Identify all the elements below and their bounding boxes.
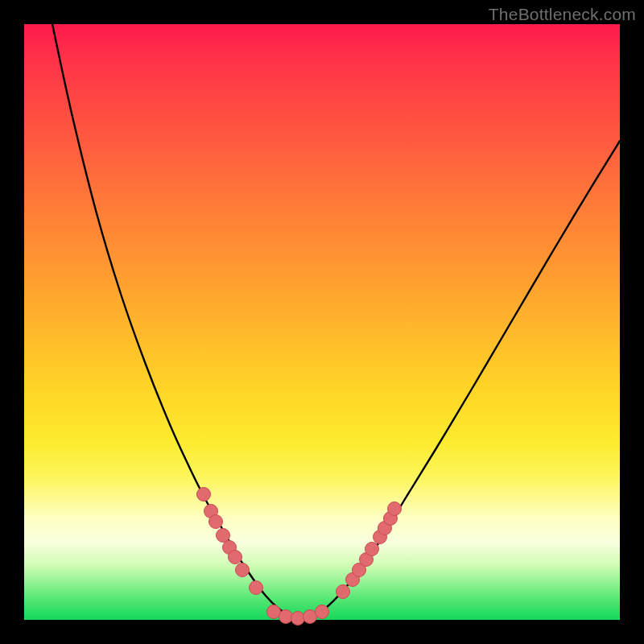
sample-dot <box>336 585 350 599</box>
bottleneck-curve <box>52 24 620 618</box>
sample-dot <box>217 529 230 543</box>
sample-dot <box>365 543 379 556</box>
sample-dot <box>236 564 250 577</box>
chart-overlay <box>24 24 620 620</box>
sample-dot <box>291 612 305 625</box>
sample-dot <box>229 551 242 564</box>
sample-dot <box>388 502 402 516</box>
sample-dot <box>197 488 211 502</box>
sample-dot <box>250 581 263 595</box>
sample-dots <box>197 488 402 625</box>
sample-dot <box>209 515 223 529</box>
chart-frame: TheBottleneck.com <box>0 0 644 644</box>
sample-dot <box>303 610 317 624</box>
sample-dot <box>267 605 281 619</box>
watermark-text: TheBottleneck.com <box>489 5 636 24</box>
sample-dot <box>279 610 293 624</box>
sample-dot <box>316 605 329 619</box>
